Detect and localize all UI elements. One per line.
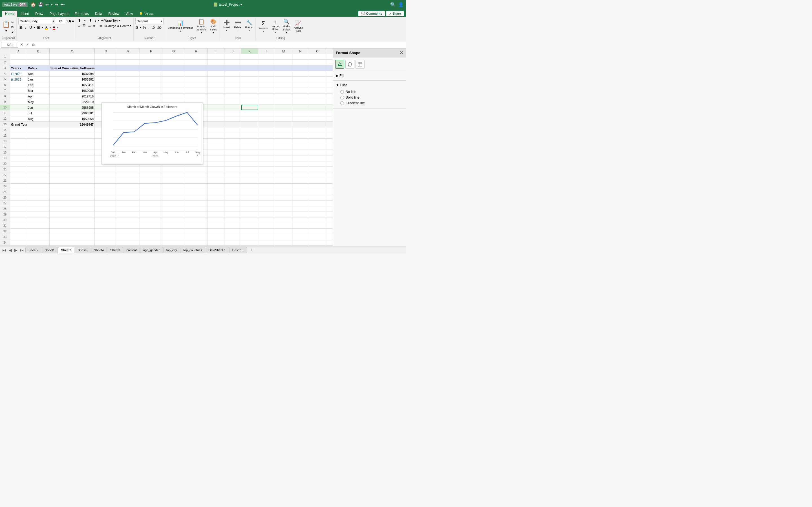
cell-a28[interactable] <box>10 206 27 212</box>
cell-g30[interactable] <box>162 217 185 223</box>
cell-j9[interactable] <box>224 99 241 105</box>
cell-h28[interactable] <box>185 206 207 212</box>
cell-f22[interactable] <box>140 172 162 178</box>
cell-b14[interactable] <box>27 127 50 133</box>
cell-p9[interactable] <box>326 99 333 105</box>
cell-m5[interactable] <box>275 76 292 82</box>
tab-view[interactable]: View <box>123 11 136 17</box>
sheet-tab-sheet4[interactable]: Sheet4 <box>91 247 107 253</box>
cell-n29[interactable] <box>292 212 309 217</box>
sheet-tab-top-city[interactable]: top_city <box>163 247 180 253</box>
increase-indent-button[interactable]: ⇥ <box>98 23 103 28</box>
align-middle-button[interactable]: ↔ <box>82 18 88 23</box>
col-header-a[interactable]: A <box>10 48 27 54</box>
cell-a4[interactable]: ⊟ 2022 <box>10 71 27 76</box>
share-button[interactable]: ↗ Share <box>386 11 404 16</box>
cell-l19[interactable] <box>258 156 275 161</box>
cell-h2[interactable] <box>185 60 207 65</box>
cell-b4[interactable]: Dec <box>27 71 50 76</box>
cell-n3[interactable] <box>292 65 309 71</box>
cell-b34[interactable] <box>27 240 50 245</box>
cell-n15[interactable] <box>292 133 309 138</box>
cell-m11[interactable] <box>275 110 292 116</box>
cell-b20[interactable] <box>27 161 50 166</box>
cell-h30[interactable] <box>185 217 207 223</box>
cell-p26[interactable] <box>326 195 333 200</box>
cell-l12[interactable] <box>258 116 275 121</box>
cell-o25[interactable] <box>309 189 326 194</box>
cell-g29[interactable] <box>162 212 185 217</box>
cell-e6[interactable] <box>117 82 140 88</box>
cell-d31[interactable] <box>95 223 117 228</box>
tab-page-layout[interactable]: Page Layout <box>47 11 71 17</box>
cell-n10[interactable] <box>292 105 309 110</box>
italic-button[interactable]: I <box>24 25 28 30</box>
cell-i19[interactable] <box>207 156 224 161</box>
col-header-k[interactable]: K <box>241 48 258 54</box>
layout-icon-button[interactable] <box>356 60 364 69</box>
cell-a2[interactable] <box>10 60 27 65</box>
align-bottom-button[interactable]: ⬇ <box>88 18 93 23</box>
cell-i31[interactable] <box>207 223 224 228</box>
cell-l14[interactable] <box>258 127 275 133</box>
cell-o34[interactable] <box>309 240 326 245</box>
cell-p27[interactable] <box>326 201 333 206</box>
cell-j7[interactable] <box>224 88 241 93</box>
cell-i10[interactable] <box>207 105 224 110</box>
cell-j25[interactable] <box>224 189 241 194</box>
cell-o22[interactable] <box>309 172 326 178</box>
cell-p21[interactable] <box>326 167 333 172</box>
cell-h24[interactable] <box>185 184 207 189</box>
cell-f28[interactable] <box>140 206 162 212</box>
cell-a22[interactable] <box>10 172 27 178</box>
col-header-d[interactable]: D <box>95 48 117 54</box>
sheet-tab-datasheet1[interactable]: DataSheet 1 <box>206 247 229 253</box>
cell-f34[interactable] <box>140 240 162 245</box>
cell-i3[interactable] <box>207 65 224 71</box>
col-header-j[interactable]: J <box>224 48 241 54</box>
cell-i26[interactable] <box>207 195 224 200</box>
cell-a27[interactable] <box>10 201 27 206</box>
cell-n4[interactable] <box>292 71 309 76</box>
cell-m1[interactable] <box>275 54 292 59</box>
cell-b29[interactable] <box>27 212 50 217</box>
cell-j14[interactable] <box>224 127 241 133</box>
cell-p13[interactable] <box>326 122 333 127</box>
cell-i32[interactable] <box>207 229 224 234</box>
sheet-tab-content[interactable]: content <box>123 247 140 253</box>
cell-d27[interactable] <box>95 201 117 206</box>
cell-o5[interactable] <box>309 76 326 82</box>
cell-j23[interactable] <box>224 178 241 183</box>
cell-k1[interactable] <box>241 54 258 59</box>
format-table-dropdown[interactable]: ▾ <box>201 32 202 34</box>
cell-f25[interactable] <box>140 189 162 194</box>
cell-p30[interactable] <box>326 217 333 223</box>
cell-p14[interactable] <box>326 127 333 133</box>
col-header-o[interactable]: O <box>309 48 326 54</box>
cell-c2[interactable] <box>50 60 95 65</box>
cell-d29[interactable] <box>95 212 117 217</box>
cell-m8[interactable] <box>275 94 292 99</box>
col-header-m[interactable]: M <box>275 48 292 54</box>
cell-h4[interactable] <box>185 71 207 76</box>
cell-g8[interactable] <box>162 94 185 99</box>
cell-p18[interactable] <box>326 150 333 155</box>
cell-f26[interactable] <box>140 195 162 200</box>
cell-e27[interactable] <box>117 201 140 206</box>
cell-o8[interactable] <box>309 94 326 99</box>
cell-n35[interactable] <box>292 245 309 246</box>
cell-k4[interactable] <box>241 71 258 76</box>
cell-a32[interactable] <box>10 229 27 234</box>
cell-g1[interactable] <box>162 54 185 59</box>
cell-c28[interactable] <box>50 206 95 212</box>
cell-k5[interactable] <box>241 76 258 82</box>
cell-o18[interactable] <box>309 150 326 155</box>
cell-k16[interactable] <box>241 138 258 144</box>
cell-m18[interactable] <box>275 150 292 155</box>
cell-f31[interactable] <box>140 223 162 228</box>
cell-f24[interactable] <box>140 184 162 189</box>
cell-j15[interactable] <box>224 133 241 138</box>
format-dropdown[interactable]: ▾ <box>249 29 250 32</box>
cell-j1[interactable] <box>224 54 241 59</box>
sort-filter-button[interactable]: ↕ Sort &Filter ▾ <box>270 18 280 35</box>
